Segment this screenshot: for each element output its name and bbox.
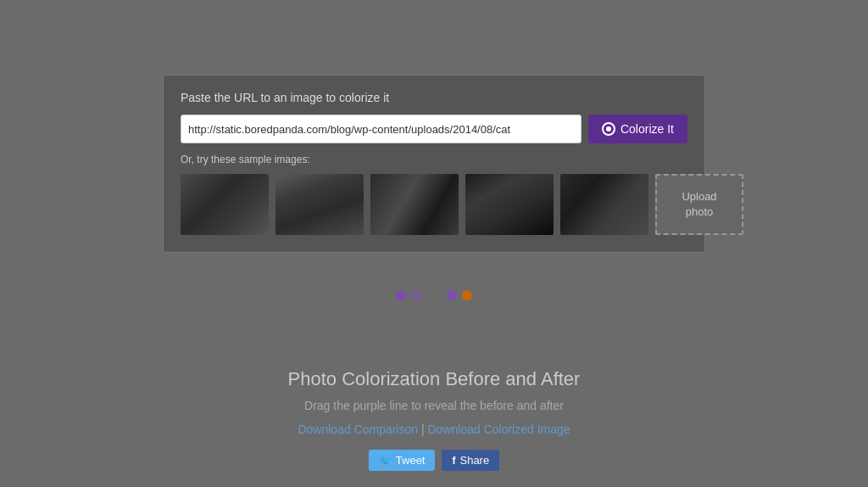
drag-instruction: Drag the purple line to reveal the befor… bbox=[163, 399, 705, 412]
download-row: Download Comparison | Download Colorized… bbox=[163, 423, 705, 436]
sample-thumb-1[interactable] bbox=[181, 174, 269, 235]
twitter-icon: 🐦 bbox=[379, 455, 392, 467]
share-label: Share bbox=[459, 454, 489, 467]
tweet-button[interactable]: 🐦 Tweet bbox=[369, 450, 436, 471]
dot-3 bbox=[447, 290, 457, 300]
bottom-section: Photo Colorization Before and After Drag… bbox=[163, 368, 705, 471]
colorize-button[interactable]: Colorize It bbox=[588, 115, 687, 143]
sample-label: Or, try these sample images: bbox=[181, 154, 687, 165]
colorize-label: Colorize It bbox=[620, 122, 674, 136]
download-comparison-link[interactable]: Download Comparison bbox=[298, 423, 418, 436]
dot-4 bbox=[462, 290, 472, 300]
url-input[interactable] bbox=[181, 115, 581, 143]
upload-photo-label: Uploadphoto bbox=[682, 189, 716, 220]
facebook-share-button[interactable]: f Share bbox=[442, 450, 499, 471]
dot-2 bbox=[411, 290, 421, 300]
sample-thumb-2[interactable] bbox=[275, 174, 364, 235]
facebook-icon: f bbox=[452, 455, 455, 467]
dot-1 bbox=[396, 290, 406, 300]
colorize-card: Paste the URL to an image to colorize it… bbox=[163, 75, 705, 253]
tweet-label: Tweet bbox=[396, 454, 426, 467]
social-row: 🐦 Tweet f Share bbox=[163, 450, 705, 471]
thumbnails-row: Uploadphoto bbox=[181, 174, 687, 235]
sample-thumb-4[interactable] bbox=[465, 174, 554, 235]
download-colorized-link[interactable]: Download Colorized Image bbox=[427, 423, 570, 436]
before-after-title: Photo Colorization Before and After bbox=[163, 368, 705, 390]
colorize-icon bbox=[602, 122, 615, 136]
sample-thumb-3[interactable] bbox=[370, 174, 459, 235]
upload-photo-button[interactable]: Uploadphoto bbox=[655, 174, 743, 235]
url-row: Colorize It bbox=[181, 115, 687, 143]
card-title: Paste the URL to an image to colorize it bbox=[181, 91, 687, 104]
sample-thumb-5[interactable] bbox=[560, 174, 648, 235]
dots-row bbox=[396, 290, 472, 300]
